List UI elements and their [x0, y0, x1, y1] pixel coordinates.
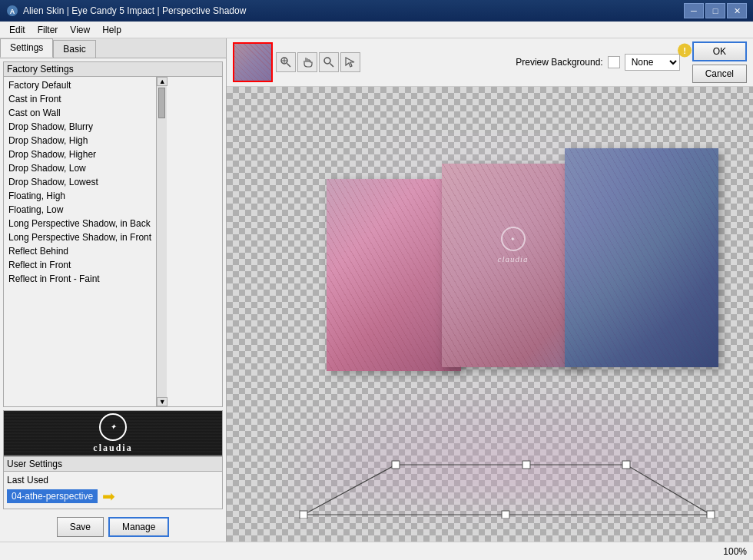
left-panel: Settings Basic Factory Settings Factory … [0, 38, 227, 542]
right-panel: Preview Background: None White Black Cus… [227, 38, 753, 542]
main-container: Settings Basic Factory Settings Factory … [0, 38, 753, 542]
hand-icon [301, 56, 313, 68]
preview-toolbar: Preview Background: None White Black Cus… [227, 38, 753, 87]
factory-settings-list: Factory Default Cast in Front Cast on Wa… [4, 77, 156, 406]
shadow-blur [288, 388, 730, 503]
list-item[interactable]: Reflect in Front - Faint [4, 272, 156, 286]
list-item[interactable]: Long Perspective Shadow, in Front [4, 230, 156, 244]
list-item[interactable]: Floating, Low [4, 203, 156, 217]
thumbnail-image [233, 42, 273, 82]
preview-content: ✦ claudia [227, 87, 753, 542]
brand-logo: ✦ claudia [93, 413, 132, 454]
cancel-button[interactable]: Cancel [692, 65, 747, 83]
tab-bar: Settings Basic [0, 38, 226, 58]
menu-filter[interactable]: Filter [32, 23, 65, 37]
factory-settings-section: Factory Settings Factory Default Cast in… [3, 61, 223, 407]
list-item[interactable]: Long Perspective Shadow, in Back [4, 217, 156, 230]
watermark: ✦ claudia [498, 227, 529, 263]
arrow-icon: ➡ [102, 487, 115, 505]
user-settings-header: User Settings [4, 457, 222, 472]
zoom-in-icon [323, 56, 335, 68]
preview-thumbnail [233, 42, 273, 82]
watermark-circle: ✦ [501, 227, 526, 251]
zoom-icon [280, 56, 292, 68]
window-title: Alien Skin | Eye Candy 5 Impact | Perspe… [23, 5, 684, 16]
preview-bg-label: Preview Background: [516, 57, 602, 68]
zoom-in-button[interactable] [319, 52, 339, 72]
scroll-down-button[interactable]: ▼ [157, 397, 168, 406]
list-item[interactable]: Drop Shadow, High [4, 134, 156, 147]
factory-settings-header: Factory Settings [4, 62, 222, 77]
ok-icon: ! [677, 43, 692, 58]
logo-circle: ✦ [99, 413, 127, 441]
list-item[interactable]: Drop Shadow, Low [4, 161, 156, 175]
list-item[interactable]: Drop Shadow, Lowest [4, 175, 156, 189]
tab-basic[interactable]: Basic [53, 40, 95, 58]
bottom-buttons: Save Manage [0, 512, 226, 542]
svg-rect-12 [300, 511, 307, 519]
pointer-tool-button[interactable] [340, 52, 360, 72]
list-item[interactable]: Cast in Front [4, 92, 156, 106]
list-item[interactable]: Drop Shadow, Blurry [4, 120, 156, 134]
save-button[interactable]: Save [57, 517, 104, 537]
watermark-text: claudia [498, 254, 529, 263]
last-used-label: Last Used [7, 475, 219, 485]
brand-logo-area: ✦ claudia [3, 410, 223, 456]
menu-view[interactable]: View [64, 23, 96, 37]
svg-text:A: A [10, 8, 15, 15]
svg-text:!: ! [683, 46, 686, 55]
title-bar: A Alien Skin | Eye Candy 5 Impact | Pers… [0, 0, 753, 22]
logo-symbol: ✦ [110, 422, 116, 431]
zoom-level: 100% [723, 546, 747, 557]
minimize-button[interactable]: ─ [684, 3, 704, 18]
user-settings-body: Last Used 04-athe-perspective ➡ [4, 472, 222, 509]
svg-line-7 [330, 64, 334, 68]
factory-settings-scroll-area: Factory Default Cast in Front Cast on Wa… [4, 77, 222, 406]
window-controls: ─ □ ✕ [684, 3, 747, 18]
list-item[interactable]: Cast on Wall [4, 106, 156, 120]
logo-text: claudia [93, 442, 132, 453]
svg-marker-8 [346, 58, 354, 67]
user-settings-section: User Settings Last Used 04-athe-perspect… [3, 456, 223, 509]
scroll-track[interactable]: ▲ ▼ [156, 77, 167, 406]
factory-settings-label: Factory Settings [7, 64, 74, 75]
selected-preset[interactable]: 04-athe-perspective [7, 489, 98, 503]
scroll-up-button[interactable]: ▲ [157, 77, 168, 86]
selected-item-row: 04-athe-perspective ➡ [7, 487, 219, 505]
preview-background-control: Preview Background: None White Black Cus… [516, 54, 679, 71]
list-item[interactable]: Drop Shadow, Higher [4, 147, 156, 161]
hand-tool-button[interactable] [297, 52, 317, 72]
status-bar: 100% [0, 542, 753, 560]
svg-rect-17 [502, 511, 509, 519]
preview-area[interactable]: ✦ claudia [227, 87, 753, 542]
menu-bar: Edit Filter View Help [0, 22, 753, 38]
artwork-left [327, 179, 461, 371]
artwork-right [565, 148, 718, 367]
close-button[interactable]: ✕ [727, 3, 747, 18]
preview-bg-swatch[interactable] [608, 56, 620, 68]
tool-buttons [276, 52, 360, 72]
ok-button[interactable]: ! OK [692, 41, 747, 61]
menu-edit[interactable]: Edit [3, 23, 32, 37]
list-item[interactable]: Floating, High [4, 189, 156, 203]
tab-settings[interactable]: Settings [0, 38, 53, 58]
svg-point-6 [324, 58, 330, 64]
preview-bg-select[interactable]: None White Black Custom [625, 54, 680, 71]
pointer-icon [344, 56, 357, 68]
scroll-thumb[interactable] [158, 88, 165, 118]
list-item[interactable]: Factory Default [4, 78, 156, 92]
action-buttons: ! OK Cancel [692, 41, 747, 83]
manage-button[interactable]: Manage [108, 517, 169, 537]
zoom-tool-button[interactable] [276, 52, 296, 72]
app-icon: A [6, 5, 18, 17]
svg-rect-16 [707, 511, 715, 519]
maximize-button[interactable]: □ [705, 3, 725, 18]
ok-label: OK [713, 46, 726, 57]
list-item[interactable]: Reflect in Front [4, 258, 156, 272]
menu-help[interactable]: Help [96, 23, 128, 37]
artwork-middle: ✦ claudia [442, 164, 584, 367]
svg-line-3 [287, 64, 291, 68]
list-item[interactable]: Reflect Behind [4, 244, 156, 258]
